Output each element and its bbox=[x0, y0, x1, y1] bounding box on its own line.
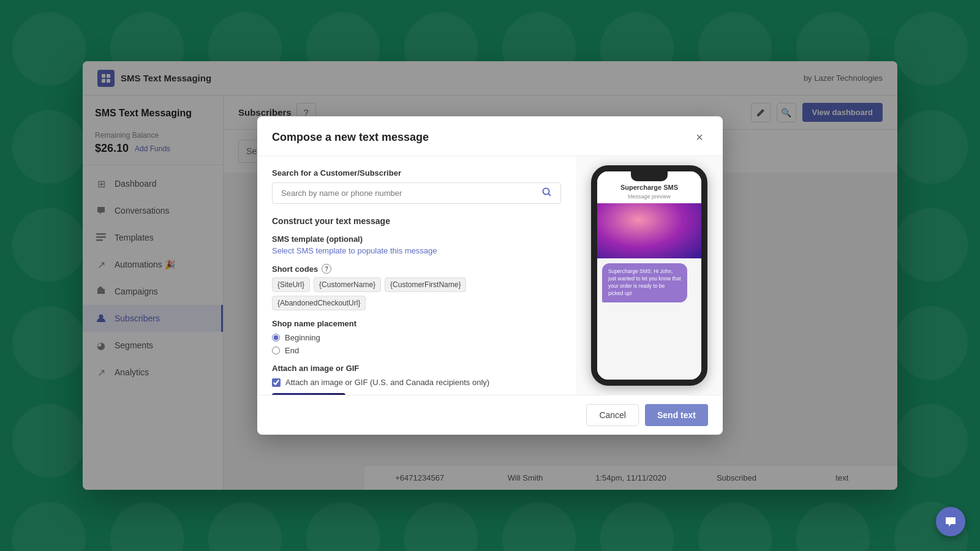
modal-right-panel: Supercharge SMS Message preview Supercha… bbox=[576, 156, 723, 395]
phone-frame: Supercharge SMS Message preview Supercha… bbox=[591, 165, 707, 386]
radio-group: Beginning End bbox=[272, 333, 561, 355]
short-codes-row: {SiteUrl} {CustomerName} {CustomerFirstN… bbox=[272, 277, 561, 310]
radio-end[interactable]: End bbox=[272, 346, 561, 355]
cancel-button[interactable]: Cancel bbox=[586, 404, 639, 426]
send-text-button[interactable]: Send text bbox=[645, 404, 708, 426]
short-code-customername[interactable]: {CustomerName} bbox=[314, 277, 381, 292]
short-codes-section: Short codes ? {SiteUrl} {CustomerName} {… bbox=[272, 264, 561, 310]
short-codes-label: Short codes ? bbox=[272, 264, 561, 274]
compose-modal: Compose a new text message × Search for … bbox=[257, 116, 723, 435]
shop-name-label: Shop name placement bbox=[272, 319, 561, 328]
radio-beginning[interactable]: Beginning bbox=[272, 333, 561, 342]
attach-label: Attach an image or GIF bbox=[272, 364, 561, 373]
short-code-abandonedcheckouturl[interactable]: {AbandonedCheckoutUrl} bbox=[272, 296, 366, 310]
radio-end-label: End bbox=[285, 346, 299, 355]
construct-section: Construct your text message SMS template… bbox=[272, 216, 561, 395]
attach-checkbox-label: Attach an image or GIF (U.S. and Canada … bbox=[285, 378, 489, 387]
phone-notch bbox=[631, 171, 668, 181]
search-input-wrap bbox=[272, 182, 561, 204]
customer-search-button[interactable] bbox=[540, 185, 554, 202]
short-codes-info-icon[interactable]: ? bbox=[322, 264, 331, 274]
sms-template-label: SMS template (optional) bbox=[272, 234, 561, 244]
radio-beginning-label: Beginning bbox=[285, 333, 320, 342]
attach-checkbox[interactable] bbox=[272, 378, 281, 387]
modal-close-button[interactable]: × bbox=[691, 129, 708, 146]
modal-overlay: Compose a new text message × Search for … bbox=[0, 0, 980, 551]
radio-beginning-input[interactable] bbox=[272, 334, 280, 342]
sms-template-link[interactable]: Select SMS template to populate this mes… bbox=[272, 246, 561, 255]
modal-header: Compose a new text message × bbox=[257, 116, 723, 156]
phone-image-person bbox=[597, 203, 701, 258]
phone-messages: Supercharge SMS: Hi John, just wanted to… bbox=[597, 258, 701, 380]
attach-checkbox-row: Attach an image or GIF (U.S. and Canada … bbox=[272, 378, 561, 387]
sms-template-section: SMS template (optional) Select SMS templ… bbox=[272, 234, 561, 255]
short-code-customerfirstname[interactable]: {CustomerFirstName} bbox=[385, 277, 466, 292]
phone-subheader: Message preview bbox=[597, 193, 701, 203]
construct-title: Construct your text message bbox=[272, 216, 561, 226]
radio-end-input[interactable] bbox=[272, 347, 280, 354]
phone-image-area bbox=[597, 203, 701, 258]
svg-line-9 bbox=[549, 193, 551, 196]
search-section-label: Search for a Customer/Subscriber bbox=[272, 168, 561, 178]
phone-message-bubble: Supercharge SMS: Hi John, just wanted to… bbox=[602, 263, 687, 302]
modal-footer: Cancel Send text bbox=[257, 395, 723, 435]
modal-body: Search for a Customer/Subscriber Constru… bbox=[257, 156, 723, 395]
customer-search-input[interactable] bbox=[279, 183, 540, 203]
svg-point-8 bbox=[543, 188, 549, 194]
modal-title: Compose a new text message bbox=[272, 131, 429, 144]
shop-name-section: Shop name placement Beginning End bbox=[272, 319, 561, 355]
image-preview-inner bbox=[272, 393, 345, 395]
phone-screen: Supercharge SMS Message preview Supercha… bbox=[597, 171, 701, 380]
chat-widget[interactable] bbox=[936, 507, 965, 536]
short-code-siteurl[interactable]: {SiteUrl} bbox=[272, 277, 310, 292]
attach-section: Attach an image or GIF Attach an image o… bbox=[272, 364, 561, 395]
image-preview bbox=[272, 393, 345, 395]
search-section: Search for a Customer/Subscriber bbox=[272, 168, 561, 204]
modal-left-panel: Search for a Customer/Subscriber Constru… bbox=[257, 156, 576, 395]
